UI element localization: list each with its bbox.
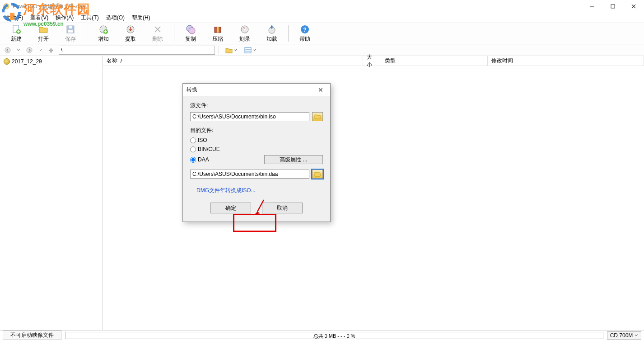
nav-forward-dropdown[interactable] (37, 45, 43, 55)
nav-up[interactable] (45, 45, 57, 55)
format-daa-radio[interactable] (190, 157, 196, 163)
copy-icon (186, 24, 196, 34)
minimize-button[interactable] (582, 0, 602, 13)
image-type-label[interactable]: 不可启动映像文件 (3, 331, 61, 340)
toolbar-open[interactable]: 打开 (30, 24, 57, 43)
svg-point-1 (6, 6, 7, 7)
burn-icon (240, 24, 250, 34)
path-input[interactable] (59, 46, 215, 55)
svg-rect-31 (245, 47, 251, 53)
toolbar: 新建 打开 保存 增加 提取 删除 复制 压缩 刻录 加载 ? 帮助 (0, 23, 644, 44)
format-iso-label: ISO (198, 137, 207, 143)
dialog-titlebar: 转换 ✕ (183, 84, 330, 96)
close-button[interactable] (623, 0, 644, 13)
dialog-close-button[interactable]: ✕ (315, 85, 327, 94)
cancel-button[interactable]: 取消 (262, 203, 303, 213)
progress-area: 不可启动映像文件 总共 0 MB - - - 0 % CD 700M (0, 330, 644, 340)
toolbar-separator (87, 25, 87, 42)
toolbar-help[interactable]: ? 帮助 (291, 24, 318, 43)
save-icon (65, 24, 75, 34)
mount-icon (267, 24, 277, 34)
nav-back[interactable] (2, 45, 14, 55)
tree-root-label: 2017_12_29 (12, 58, 42, 65)
tree-root-item[interactable]: 2017_12_29 (3, 58, 100, 65)
col-type[interactable]: 类型 (381, 56, 488, 66)
menu-options[interactable]: 选项(O) (103, 13, 127, 23)
app-icon (3, 3, 10, 10)
tree-panel: 2017_12_29 (0, 56, 103, 330)
svg-point-25 (244, 28, 246, 30)
size-progressbar: 总共 0 MB - - - 0 % (65, 332, 603, 339)
format-iso-radio[interactable] (190, 137, 196, 143)
dest-browse-button[interactable] (312, 170, 323, 179)
svg-point-30 (27, 47, 32, 53)
toolbar-save[interactable]: 保存 (57, 24, 84, 43)
col-date[interactable]: 修改时间 (488, 56, 644, 66)
window-title: PowerISO - 新建映像文件.daa (13, 3, 85, 10)
menu-tools[interactable]: 工具(T) (78, 13, 101, 23)
window-titlebar: PowerISO - 新建映像文件.daa (0, 0, 644, 13)
folder-icon (314, 171, 321, 177)
nav-back-dropdown[interactable] (15, 45, 22, 55)
dmg-to-iso-link[interactable]: DMG文件年转换成ISO... (190, 184, 323, 203)
ok-button[interactable]: 确定 (210, 203, 251, 213)
nav-view-btn[interactable] (242, 45, 259, 55)
toolbar-burn[interactable]: 刻录 (231, 24, 258, 43)
size-progress-text: 总共 0 MB - - - 0 % (65, 333, 603, 340)
format-bincue-row[interactable]: BIN/CUE (190, 146, 323, 152)
col-name[interactable]: 名称 / (103, 56, 363, 66)
svg-rect-23 (217, 27, 219, 33)
extract-icon (126, 24, 135, 34)
add-icon (98, 24, 108, 34)
toolbar-new[interactable]: 新建 (3, 24, 30, 43)
svg-rect-11 (68, 30, 73, 33)
source-file-label: 源文件: (190, 102, 323, 109)
nav-separator (219, 46, 219, 55)
menu-action[interactable]: 操作(A) (53, 13, 76, 23)
menubar: 文件(F) 查看(V) 操作(A) 工具(T) 选项(O) 帮助(H) (0, 13, 644, 23)
nav-forward[interactable] (23, 45, 35, 55)
source-browse-button[interactable] (312, 112, 323, 121)
menu-view[interactable]: 查看(V) (28, 13, 51, 23)
delete-icon (153, 24, 163, 34)
source-file-input[interactable] (190, 112, 309, 121)
svg-text:?: ? (303, 27, 306, 33)
navbar (0, 44, 644, 56)
dialog-title-text: 转换 (187, 86, 197, 94)
format-bincue-label: BIN/CUE (198, 146, 220, 152)
advanced-button[interactable]: 高级属性 ... (264, 155, 323, 164)
disc-icon (4, 58, 10, 65)
dest-file-label: 目的文件: (190, 127, 323, 134)
new-icon (11, 24, 21, 34)
menu-help[interactable]: 帮助(H) (129, 13, 153, 23)
sort-indicator: / (121, 58, 122, 64)
compress-icon (213, 24, 223, 34)
toolbar-add[interactable]: 增加 (90, 24, 117, 43)
toolbar-compress[interactable]: 压缩 (204, 24, 231, 43)
menu-file[interactable]: 文件(F) (3, 13, 26, 23)
format-daa-label: DAA (198, 156, 209, 163)
format-iso-row[interactable]: ISO (190, 137, 323, 143)
list-header: 名称 / 大小 类型 修改时间 (103, 56, 644, 66)
format-daa-row[interactable]: DAA 高级属性 ... (190, 155, 323, 164)
dest-file-input[interactable] (190, 170, 309, 179)
maximize-button[interactable] (602, 0, 623, 13)
svg-point-29 (5, 47, 10, 53)
toolbar-separator (288, 25, 289, 42)
folder-icon (314, 114, 321, 119)
toolbar-mount[interactable]: 加载 (258, 24, 285, 43)
toolbar-extract[interactable]: 提取 (117, 24, 144, 43)
svg-rect-3 (611, 5, 615, 8)
convert-dialog: 转换 ✕ 源文件: 目的文件: ISO BIN/CUE DAA 高级属性 ... (182, 83, 331, 222)
help-icon: ? (300, 24, 310, 34)
toolbar-copy[interactable]: 复制 (177, 24, 204, 43)
col-size[interactable]: 大小 (363, 56, 381, 66)
svg-rect-12 (69, 26, 72, 28)
disc-size-selector[interactable]: CD 700M (607, 331, 641, 340)
toolbar-separator (174, 25, 174, 42)
svg-point-21 (189, 28, 195, 34)
toolbar-delete[interactable]: 删除 (144, 24, 171, 43)
nav-folder-btn[interactable] (223, 45, 240, 55)
open-icon (38, 24, 48, 34)
format-bincue-radio[interactable] (190, 146, 196, 152)
